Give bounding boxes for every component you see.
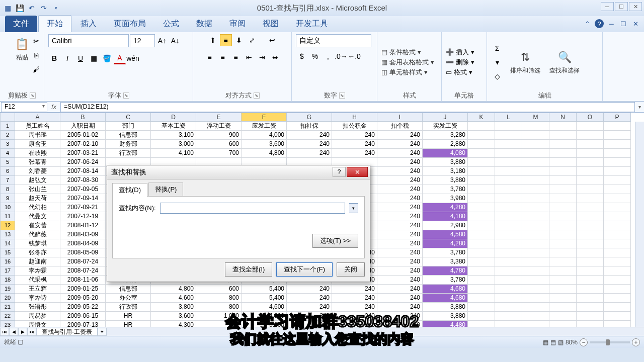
cell[interactable]: 4,000 xyxy=(242,131,287,140)
cell[interactable]: 3,780 xyxy=(423,276,468,285)
cell[interactable]: 2008-05-09 xyxy=(60,248,106,257)
options-button[interactable]: 选项(T) >> xyxy=(312,234,358,248)
col-header-H[interactable]: H xyxy=(332,113,377,122)
cell[interactable]: 行政部 xyxy=(106,303,151,312)
cell[interactable]: 周书瑶 xyxy=(15,131,60,140)
cell[interactable]: 3,280 xyxy=(423,131,468,140)
col-header-G[interactable]: G xyxy=(287,113,332,122)
bold-button[interactable]: B xyxy=(48,52,60,64)
cell[interactable]: 3,880 xyxy=(423,312,468,321)
tab-file[interactable]: 文件 xyxy=(5,16,37,32)
row-header-16[interactable]: 16 xyxy=(0,257,15,266)
cell[interactable]: 240 xyxy=(377,257,423,266)
border-button[interactable]: ▦ xyxy=(88,52,100,64)
cell[interactable]: 3,800 xyxy=(151,303,196,312)
close-button[interactable]: ✕ xyxy=(629,2,642,11)
row-header-18[interactable]: 18 xyxy=(0,276,15,285)
copy-icon[interactable]: ⎘ xyxy=(30,49,42,61)
cell[interactable]: 800 xyxy=(196,294,242,303)
cell[interactable]: 2008-07-24 xyxy=(60,257,106,266)
cell[interactable]: HR xyxy=(106,312,151,321)
align-right-icon[interactable]: ≡ xyxy=(230,51,242,63)
cell[interactable]: 600 xyxy=(196,285,242,294)
excel-icon[interactable]: ▦ xyxy=(2,3,13,14)
cell[interactable]: 李烨诗 xyxy=(15,294,60,303)
cell[interactable]: 张语彤 xyxy=(15,303,60,312)
qat-dropdown-icon[interactable]: ▾ xyxy=(50,3,61,14)
alignment-launcher[interactable]: ⬊ xyxy=(254,93,260,99)
row-header-19[interactable]: 19 xyxy=(0,285,15,294)
tab-view[interactable]: 视图 xyxy=(255,16,287,32)
decrease-decimal-icon[interactable]: ←.0 xyxy=(348,50,360,62)
col-header-N[interactable]: N xyxy=(549,113,577,122)
col-header-I[interactable]: I xyxy=(377,113,423,122)
col-header-D[interactable]: D xyxy=(151,113,196,122)
cell[interactable]: 600 xyxy=(196,140,242,149)
sheet-nav-prev[interactable]: ◀ xyxy=(9,328,18,336)
cell[interactable]: 2009-01-25 xyxy=(60,285,106,294)
col-header-P[interactable]: P xyxy=(604,113,631,122)
dialog-tab-find[interactable]: 查找(D) xyxy=(112,183,147,197)
cell[interactable]: 240 xyxy=(377,212,423,221)
header-cell[interactable]: 部门 xyxy=(106,122,151,131)
cell[interactable]: 240 xyxy=(287,294,332,303)
row-header-3[interactable]: 3 xyxy=(0,140,15,149)
align-top-icon[interactable]: ⬆ xyxy=(207,34,219,46)
cell[interactable]: 240 xyxy=(332,149,377,158)
cell[interactable]: 3,600 xyxy=(242,140,287,149)
cell[interactable]: 240 xyxy=(377,221,423,230)
workbook-restore-icon[interactable]: ☐ xyxy=(619,19,628,28)
cell[interactable]: 800 xyxy=(196,303,242,312)
find-content-input[interactable] xyxy=(160,203,345,214)
cell[interactable]: 3,780 xyxy=(423,185,468,194)
italic-button[interactable]: I xyxy=(61,52,73,64)
sheet-nav-next[interactable]: ▶ xyxy=(18,328,27,336)
row-header-21[interactable]: 21 xyxy=(0,303,15,312)
cell[interactable]: 240 xyxy=(377,185,423,194)
cell[interactable]: 5,400 xyxy=(242,294,287,303)
zoom-slider[interactable] xyxy=(590,341,630,343)
cell[interactable]: 240 xyxy=(377,149,423,158)
font-size-input[interactable] xyxy=(130,34,155,47)
cell[interactable]: 240 xyxy=(377,203,423,212)
formula-input[interactable]: =SUM(D12:E12) xyxy=(60,102,635,112)
row-header-15[interactable]: 15 xyxy=(0,248,15,257)
fill-color-button[interactable]: 🪣 xyxy=(101,52,113,64)
cell[interactable]: 2007-08-30 xyxy=(60,176,106,185)
cell[interactable]: 2008-01-12 xyxy=(60,221,106,230)
col-header-B[interactable]: B xyxy=(60,113,106,122)
cell[interactable]: 3,180 xyxy=(423,167,468,176)
macro-record-icon[interactable]: ▢ xyxy=(18,338,23,345)
cell[interactable]: 崔安蕾 xyxy=(15,221,60,230)
comma-icon[interactable]: , xyxy=(322,50,334,62)
help-icon[interactable]: ? xyxy=(595,19,604,28)
header-cell[interactable]: 扣个税 xyxy=(377,122,423,131)
cell[interactable]: 240 xyxy=(332,140,377,149)
row-header-11[interactable]: 11 xyxy=(0,212,15,221)
dialog-close-button[interactable]: ✕ xyxy=(347,167,368,177)
autosum-icon[interactable]: Σ xyxy=(491,42,503,54)
delete-cells-button[interactable]: ➖删除 ▾ xyxy=(446,58,474,67)
cell[interactable]: 3,000 xyxy=(151,140,196,149)
find-next-button[interactable]: 查找下一个(F) xyxy=(276,262,333,277)
tab-insert[interactable]: 插入 xyxy=(72,16,105,32)
fx-icon[interactable]: fx xyxy=(47,103,60,111)
cell[interactable]: 240 xyxy=(377,248,423,257)
cell[interactable]: 赵弘文 xyxy=(15,176,60,185)
decrease-font-icon[interactable]: A↓ xyxy=(169,35,181,47)
increase-indent-icon[interactable]: ⇥ xyxy=(256,51,268,63)
cell[interactable]: 240 xyxy=(377,294,423,303)
row-header-22[interactable]: 22 xyxy=(0,312,15,321)
save-icon[interactable]: 💾 xyxy=(14,3,25,14)
format-painter-icon[interactable]: 🖌 xyxy=(30,63,42,75)
col-header-F[interactable]: F xyxy=(242,113,287,122)
col-header-A[interactable]: A xyxy=(15,113,60,122)
tab-formulas[interactable]: 公式 xyxy=(155,16,187,32)
cell[interactable]: 3,380 xyxy=(423,257,468,266)
cell[interactable]: 周易梦 xyxy=(15,312,60,321)
cell[interactable]: 4,600 xyxy=(151,294,196,303)
dialog-close-btn[interactable]: 关闭 xyxy=(337,262,365,277)
new-sheet-button[interactable]: ✦ xyxy=(98,328,107,336)
cell[interactable]: 3,880 xyxy=(423,303,468,312)
cell[interactable]: 240 xyxy=(377,131,423,140)
